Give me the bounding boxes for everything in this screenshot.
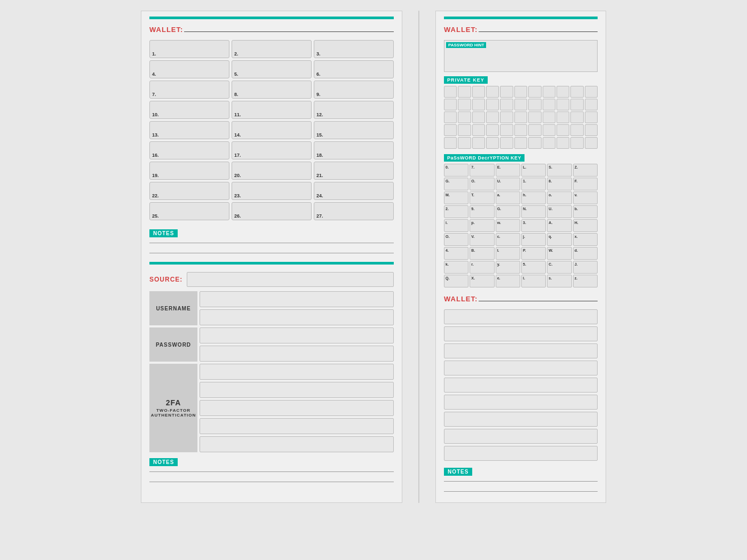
pk-cell-32[interactable] — [585, 111, 598, 123]
seed-cell-10[interactable]: 10. — [149, 101, 229, 119]
dk-cell-40[interactable]: W. — [547, 247, 571, 260]
twofa-input-3[interactable] — [200, 400, 394, 416]
dk-cell-6[interactable]: G. — [444, 178, 468, 190]
pk-cell-5[interactable] — [514, 86, 527, 98]
dk-cell-44[interactable]: y. — [496, 261, 520, 274]
dk-cell-51[interactable]: l. — [521, 275, 546, 287]
dk-cell-39[interactable]: P. — [521, 247, 546, 260]
pk-cell-10[interactable] — [585, 86, 598, 98]
dk-cell-24[interactable]: i. — [444, 219, 468, 232]
pk-cell-6[interactable] — [528, 86, 541, 98]
dk-cell-21[interactable]: N. — [521, 205, 546, 218]
pk-cell-52[interactable] — [557, 137, 569, 149]
pk-cell-15[interactable] — [500, 99, 513, 110]
dk-cell-2[interactable]: E. — [496, 164, 520, 177]
pk-cell-9[interactable] — [570, 86, 583, 98]
password-hint-box[interactable]: PASSWORD HINT — [444, 40, 598, 72]
dk-cell-20[interactable]: G. — [496, 205, 520, 218]
dk-cell-28[interactable]: A. — [547, 219, 571, 232]
pk-cell-18[interactable] — [543, 99, 555, 110]
pk-cell-7[interactable] — [543, 86, 555, 98]
dk-cell-17[interactable]: v. — [573, 191, 598, 204]
dk-cell-8[interactable]: U. — [496, 178, 520, 190]
dk-cell-11[interactable]: F. — [573, 178, 598, 190]
dk-cell-15[interactable]: h. — [521, 191, 546, 204]
pk-cell-0[interactable] — [444, 86, 457, 98]
pk-cell-23[interactable] — [458, 111, 471, 123]
wallet-line-3[interactable] — [444, 361, 598, 375]
pk-cell-3[interactable] — [486, 86, 499, 98]
wallet-line-4[interactable] — [444, 378, 598, 393]
pk-cell-47[interactable] — [486, 137, 499, 149]
dk-cell-33[interactable]: j. — [521, 233, 546, 246]
dk-cell-30[interactable]: O. — [444, 233, 468, 246]
dk-cell-37[interactable]: B. — [470, 247, 494, 260]
pk-cell-22[interactable] — [444, 111, 457, 123]
pk-cell-34[interactable] — [458, 124, 471, 136]
seed-cell-3[interactable]: 3. — [314, 40, 394, 58]
dk-cell-47[interactable]: J. — [573, 261, 598, 274]
source-input[interactable] — [187, 272, 394, 287]
seed-cell-11[interactable]: 11. — [232, 101, 312, 119]
dk-cell-27[interactable]: 3. — [521, 219, 546, 232]
pk-cell-39[interactable] — [528, 124, 541, 136]
pk-cell-35[interactable] — [472, 124, 485, 136]
pk-cell-38[interactable] — [514, 124, 527, 136]
dk-cell-45[interactable]: 5. — [521, 261, 546, 274]
pk-cell-44[interactable] — [444, 137, 457, 149]
pk-cell-31[interactable] — [570, 111, 583, 123]
pk-cell-17[interactable] — [528, 99, 541, 110]
dk-cell-31[interactable]: V. — [470, 233, 494, 246]
pk-cell-16[interactable] — [514, 99, 527, 110]
seed-cell-21[interactable]: 21. — [314, 162, 394, 180]
dk-cell-32[interactable]: c. — [496, 233, 520, 246]
dk-cell-9[interactable]: 1. — [521, 178, 546, 190]
seed-cell-5[interactable]: 5. — [232, 60, 312, 78]
twofa-input-5[interactable] — [200, 436, 394, 452]
password-input-2[interactable] — [200, 346, 394, 362]
pk-cell-37[interactable] — [500, 124, 513, 136]
dk-cell-53[interactable]: z. — [573, 275, 598, 287]
wallet-line-0[interactable] — [444, 309, 598, 324]
username-input-2[interactable] — [200, 309, 394, 325]
seed-cell-14[interactable]: 14. — [232, 121, 312, 139]
seed-cell-6[interactable]: 6. — [314, 60, 394, 78]
dk-cell-35[interactable]: x. — [573, 233, 598, 246]
pk-cell-11[interactable] — [444, 99, 457, 110]
dk-cell-34[interactable]: q. — [547, 233, 571, 246]
pk-cell-28[interactable] — [528, 111, 541, 123]
wallet-line-7[interactable] — [444, 429, 598, 444]
wallet-line-8[interactable] — [444, 446, 598, 461]
pk-cell-29[interactable] — [543, 111, 555, 123]
dk-cell-48[interactable]: Q. — [444, 275, 468, 287]
seed-cell-20[interactable]: 20. — [232, 162, 312, 180]
dk-cell-22[interactable]: U. — [547, 205, 571, 218]
dk-cell-42[interactable]: k. — [444, 261, 468, 274]
pk-cell-25[interactable] — [486, 111, 499, 123]
seed-cell-9[interactable]: 9. — [314, 81, 394, 99]
dk-cell-41[interactable]: d. — [573, 247, 598, 260]
twofa-input-4[interactable] — [200, 418, 394, 434]
seed-cell-23[interactable]: 23. — [232, 182, 312, 200]
seed-cell-8[interactable]: 8. — [232, 81, 312, 99]
pk-cell-14[interactable] — [486, 99, 499, 110]
dk-cell-13[interactable]: T. — [470, 191, 494, 204]
dk-cell-4[interactable]: S. — [547, 164, 571, 177]
seed-cell-27[interactable]: 27. — [314, 202, 394, 220]
pk-cell-30[interactable] — [557, 111, 569, 123]
pk-cell-1[interactable] — [458, 86, 471, 98]
dk-cell-14[interactable]: a. — [496, 191, 520, 204]
seed-cell-16[interactable]: 16. — [149, 141, 229, 159]
dk-cell-43[interactable]: r. — [470, 261, 494, 274]
pk-cell-33[interactable] — [444, 124, 457, 136]
seed-cell-18[interactable]: 18. — [314, 141, 394, 159]
seed-cell-24[interactable]: 24. — [314, 182, 394, 200]
dk-cell-16[interactable]: o. — [547, 191, 571, 204]
dk-cell-3[interactable]: L. — [521, 164, 546, 177]
pk-cell-13[interactable] — [472, 99, 485, 110]
pk-cell-8[interactable] — [557, 86, 569, 98]
pk-cell-19[interactable] — [557, 99, 569, 110]
seed-cell-22[interactable]: 22. — [149, 182, 229, 200]
pk-cell-42[interactable] — [570, 124, 583, 136]
dk-cell-26[interactable]: w. — [496, 219, 520, 232]
